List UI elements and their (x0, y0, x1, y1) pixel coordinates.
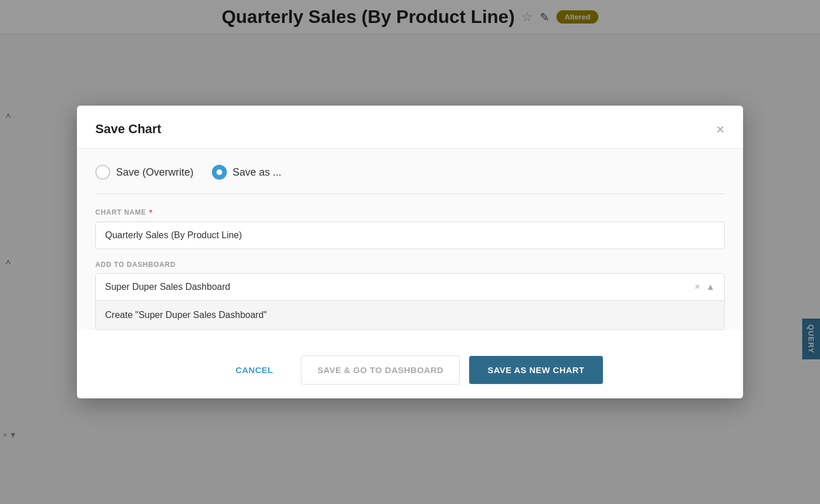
radio-label-overwrite: Save (Overwrite) (116, 166, 194, 179)
radio-option-saveas[interactable]: Save as ... (212, 165, 281, 180)
add-to-dashboard-label: ADD TO DASHBOARD (95, 261, 725, 269)
modal-overlay: Save Chart × Save (Overwrite) Save as ..… (0, 0, 820, 504)
dashboard-search-input[interactable] (105, 282, 695, 292)
close-button[interactable]: × (716, 122, 725, 137)
divider (95, 193, 725, 194)
chart-name-input[interactable] (95, 222, 725, 249)
radio-group: Save (Overwrite) Save as ... (95, 165, 725, 180)
radio-circle-saveas (212, 165, 227, 180)
cancel-button[interactable]: CANCEL (217, 356, 292, 384)
radio-label-saveas: Save as ... (233, 166, 281, 179)
modal-title: Save Chart (95, 122, 161, 137)
save-chart-modal: Save Chart × Save (Overwrite) Save as ..… (77, 106, 743, 398)
add-to-dashboard-field-group: ADD TO DASHBOARD × ▲ Create "Super Duper… (95, 261, 725, 330)
radio-option-overwrite[interactable]: Save (Overwrite) (95, 165, 194, 180)
dashboard-dropdown: × ▲ Create "Super Duper Sales Dashboard" (95, 273, 725, 330)
save-as-new-chart-button[interactable]: SAVE AS NEW CHART (469, 356, 603, 384)
modal-header: Save Chart × (77, 106, 743, 149)
save-go-dashboard-button[interactable]: SAVE & GO TO DASHBOARD (301, 355, 461, 385)
chart-name-label: CHART NAME * (95, 208, 725, 217)
dashboard-input-row: × ▲ (95, 273, 725, 301)
dropdown-arrow-button[interactable]: ▲ (706, 282, 715, 292)
dropdown-clear-button[interactable]: × (695, 282, 700, 292)
dashboard-dropdown-list: Create "Super Duper Sales Dashboard" (95, 301, 725, 330)
dropdown-icons: × ▲ (695, 282, 715, 292)
modal-body: Save (Overwrite) Save as ... CHART NAME … (77, 149, 743, 330)
chart-name-field-group: CHART NAME * (95, 208, 725, 249)
dashboard-create-option[interactable]: Create "Super Duper Sales Dashboard" (96, 301, 724, 329)
modal-footer: CANCEL SAVE & GO TO DASHBOARD SAVE AS NE… (77, 342, 743, 398)
radio-circle-overwrite (95, 165, 110, 180)
required-star: * (149, 208, 153, 217)
